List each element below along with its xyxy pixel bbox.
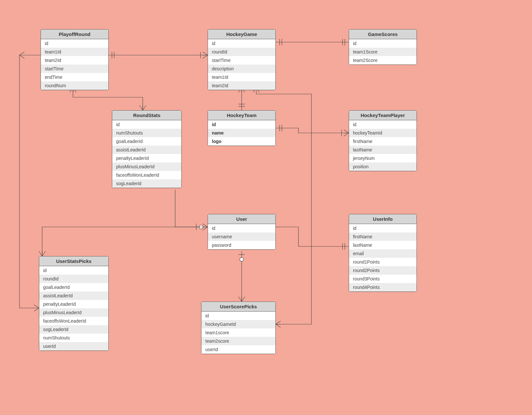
field: id [39, 266, 108, 275]
entity-title: UserStatsPicks [39, 256, 108, 266]
field: logo [208, 137, 275, 146]
field: team2Id [41, 56, 108, 65]
field: penaltyLeaderId [112, 154, 181, 162]
field: hockeyTeamId [349, 129, 417, 137]
field: sogLeaderId [112, 179, 181, 188]
entity-title: HockeyTeamPlayer [349, 111, 417, 120]
field: id [208, 120, 275, 129]
field: goalLeaderId [112, 137, 181, 146]
entity-title: HockeyGame [208, 30, 275, 39]
field: round3Points [349, 275, 417, 283]
field: team2score [201, 337, 275, 345]
field: faceoffsWonLeaderId [112, 171, 181, 179]
field: lastName [349, 241, 417, 249]
field: round4Points [349, 283, 417, 291]
field: firstName [349, 137, 417, 146]
field: username [208, 232, 275, 241]
field: id [112, 120, 181, 129]
entity-userinfo[interactable]: UserInfo id firstName lastName email rou… [349, 214, 417, 292]
entity-hockeyteam[interactable]: HockeyTeam id name logo [208, 110, 276, 146]
field: userId [39, 342, 108, 350]
entity-title: PlayoffRound [41, 30, 108, 39]
field: sogLeaderId [39, 325, 108, 334]
entity-title: UserInfo [349, 214, 417, 224]
entity-userscorepicks[interactable]: UserScorePicks id hockeyGameId team1scor… [201, 302, 276, 354]
field: firstName [349, 232, 417, 241]
svg-point-14 [199, 225, 203, 229]
field: name [208, 129, 275, 137]
field: numShutouts [112, 129, 181, 137]
field: startTime [208, 56, 275, 65]
field: jerseyNum [349, 154, 417, 162]
field: numShutouts [39, 334, 108, 342]
entity-title: RoundStats [112, 111, 181, 120]
field: assistLeaderId [39, 291, 108, 300]
field: id [208, 39, 275, 48]
field: assistLeaderId [112, 146, 181, 154]
field: email [349, 249, 417, 258]
field: startTime [41, 65, 108, 73]
entity-playoffround[interactable]: PlayoffRound id team1Id team2Id startTim… [41, 29, 109, 90]
field: hockeyGameId [201, 320, 275, 328]
field: team1Id [41, 48, 108, 56]
field: roundId [208, 48, 275, 56]
field: userId [201, 345, 275, 354]
entity-user[interactable]: User id username password [208, 214, 276, 250]
field: roundId [39, 275, 108, 283]
field: id [349, 120, 417, 129]
entity-hockeyteamplayer[interactable]: HockeyTeamPlayer id hockeyTeamId firstNa… [349, 110, 417, 171]
entity-title: GameScores [349, 30, 417, 39]
entity-gamescores[interactable]: GameScores id team1Score team2Score [349, 29, 417, 65]
entity-hockeygame[interactable]: HockeyGame id roundId startTime descript… [208, 29, 276, 90]
er-diagram-canvas: PlayoffRound id team1Id team2Id startTim… [0, 0, 532, 415]
field: plusMinusLeaderId [39, 308, 108, 317]
field: id [41, 39, 108, 48]
field: position [349, 162, 417, 171]
field: team2Score [349, 56, 417, 65]
svg-point-16 [240, 257, 244, 261]
field: id [349, 224, 417, 232]
field: id [201, 312, 275, 320]
field: endTime [41, 73, 108, 81]
field: round1Points [349, 258, 417, 266]
field: team1Score [349, 48, 417, 56]
entity-title: HockeyTeam [208, 111, 275, 120]
field: lastName [349, 146, 417, 154]
field: id [349, 39, 417, 48]
field: password [208, 241, 275, 249]
entity-title: UserScorePicks [201, 302, 275, 312]
field: faceoffsWonLeaderId [39, 317, 108, 325]
field: team1Id [208, 73, 275, 81]
field: description [208, 65, 275, 73]
field: plusMinusLeaderId [112, 162, 181, 171]
entity-userstatspicks[interactable]: UserStatsPicks id roundId goalLeaderId a… [39, 256, 109, 351]
field: id [208, 224, 275, 232]
entity-roundstats[interactable]: RoundStats id numShutouts goalLeaderId a… [112, 110, 182, 188]
field: roundNum [41, 81, 108, 90]
field: round2Points [349, 266, 417, 275]
field: team2Id [208, 81, 275, 90]
field: penaltyLeaderId [39, 300, 108, 308]
entity-title: User [208, 214, 275, 224]
field: team1score [201, 328, 275, 337]
field: goalLeaderId [39, 283, 108, 291]
